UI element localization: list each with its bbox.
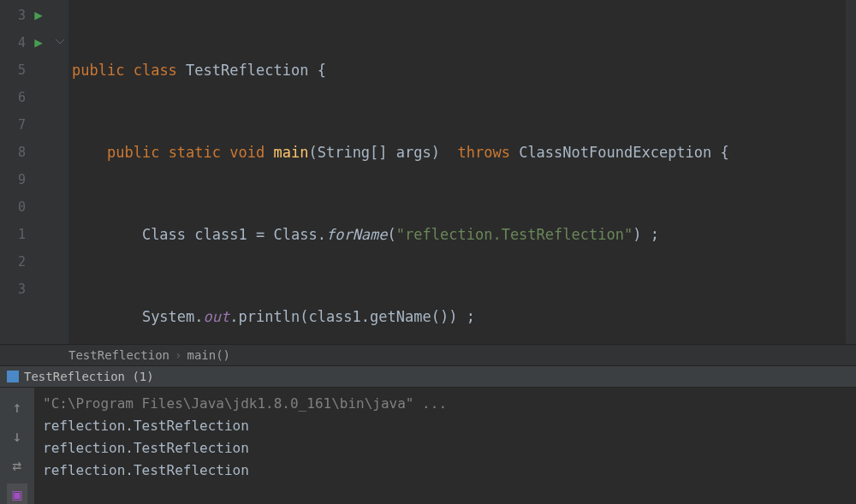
line-number[interactable]: 9: [0, 166, 26, 193]
line-number[interactable]: 4: [0, 29, 26, 56]
line-number-gutter: 3 4 5 6 7 8 9 0 1 2 3: [0, 0, 26, 344]
editor-area: 3 4 5 6 7 8 9 0 1 2 3 ▶ ▶ p: [0, 0, 856, 344]
run-class-icon[interactable]: ▶: [34, 2, 43, 29]
soft-wrap-icon[interactable]: ⇄: [7, 454, 27, 475]
line-number[interactable]: 2: [0, 248, 26, 276]
line-number[interactable]: 1: [0, 221, 26, 248]
fold-gutter: [51, 0, 68, 344]
vertical-scrollbar[interactable]: [846, 0, 856, 344]
down-arrow-icon[interactable]: ↓: [7, 425, 27, 446]
run-gutter: ▶ ▶: [26, 0, 51, 344]
console-line: reflection.TestReflection: [43, 437, 847, 460]
console-line: reflection.TestReflection: [43, 415, 847, 437]
application-icon: [7, 371, 19, 382]
line-number[interactable]: 6: [0, 84, 26, 111]
console-line: "C:\Program Files\Java\jdk1.8.0_161\bin\…: [43, 393, 847, 415]
up-arrow-icon[interactable]: ↑: [7, 396, 27, 417]
console-output[interactable]: "C:\Program Files\Java\jdk1.8.0_161\bin\…: [34, 388, 856, 504]
breadcrumb-class[interactable]: TestReflection: [68, 348, 169, 362]
line-number[interactable]: 3: [0, 2, 26, 29]
console-panel: ↑ ↓ ⇄ ▣ "C:\Program Files\Java\jdk1.8.0_…: [0, 388, 856, 504]
breadcrumb[interactable]: TestReflection › main(): [0, 344, 856, 366]
console-line: reflection.TestReflection: [43, 460, 847, 482]
line-number[interactable]: 7: [0, 111, 26, 139]
chevron-right-icon: ›: [175, 348, 181, 362]
line-number[interactable]: 3: [0, 276, 26, 303]
console-toolbar: ↑ ↓ ⇄ ▣: [0, 388, 34, 504]
scroll-to-end-icon[interactable]: ▣: [7, 483, 27, 504]
line-number[interactable]: 5: [0, 56, 26, 84]
run-tab-label: TestReflection (1): [24, 370, 154, 383]
line-number[interactable]: 0: [0, 193, 26, 221]
code-editor[interactable]: public class TestReflection { public sta…: [68, 0, 846, 344]
run-configuration-tab[interactable]: TestReflection (1): [0, 366, 856, 388]
run-method-icon[interactable]: ▶: [34, 29, 43, 56]
line-number[interactable]: 8: [0, 139, 26, 166]
collapse-icon[interactable]: [55, 29, 65, 56]
breadcrumb-method[interactable]: main(): [187, 348, 230, 362]
